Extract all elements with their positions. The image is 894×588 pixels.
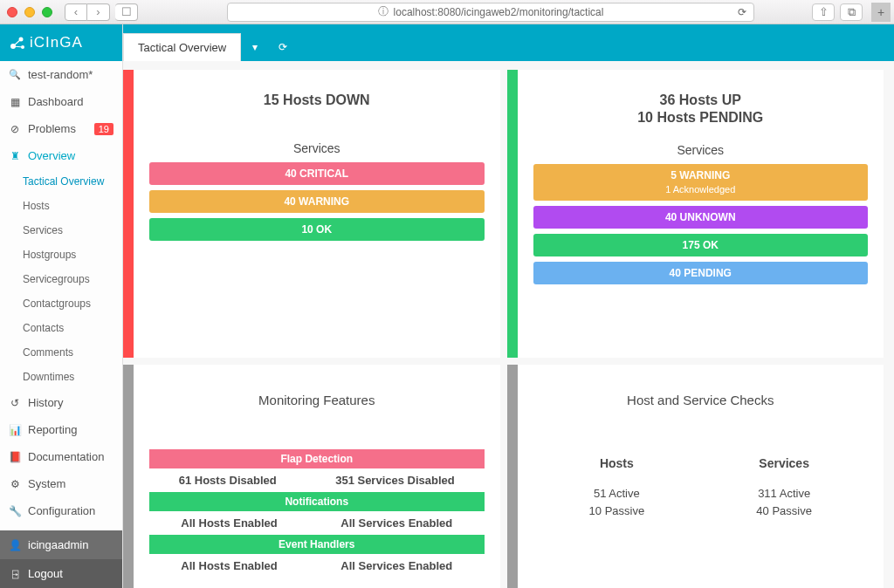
services-heading-up: Services	[533, 143, 869, 157]
minimize-window[interactable]	[24, 7, 35, 17]
notif-services[interactable]: All Services Enabled	[340, 516, 452, 530]
history-icon: ↺	[9, 397, 21, 409]
nav-documentation[interactable]: 📕 Documentation	[0, 443, 122, 470]
nav-overview[interactable]: ♜ Overview	[0, 142, 122, 169]
services-critical[interactable]: 40 CRITICAL	[149, 162, 485, 185]
panel-hosts-up: 36 Hosts UP 10 Hosts PENDING Services 5 …	[507, 70, 884, 358]
browser-chrome: ‹ › ☐ ⓘ localhost:8080/icingaweb2/monito…	[0, 0, 894, 24]
logo-icon	[9, 34, 26, 51]
chart-icon: 📊	[9, 424, 21, 436]
tab-dropdown[interactable]: ▾	[241, 33, 269, 61]
new-tab-button[interactable]: +	[871, 3, 891, 22]
checks-title: Host and Service Checks	[533, 393, 869, 407]
flap-detection-bar[interactable]: Flap Detection	[149, 449, 485, 468]
checks-hosts-col: Hosts 51 Active 10 Passive	[589, 455, 645, 519]
hosts-passive[interactable]: 10 Passive	[589, 503, 645, 520]
services-active[interactable]: 311 Active	[756, 485, 812, 503]
user-row[interactable]: 👤 icingaadmin	[0, 530, 122, 559]
nav-dashboard[interactable]: ▦ Dashboard	[0, 88, 122, 115]
hosts-up-title[interactable]: 36 Hosts UP	[533, 92, 869, 108]
services-ok-up[interactable]: 175 OK	[533, 234, 869, 256]
tab-tactical-overview[interactable]: Tactical Overview	[123, 33, 241, 61]
nav-problems[interactable]: ⊘ Problems 19	[0, 115, 122, 142]
subnav-contacts[interactable]: Contacts	[0, 316, 122, 340]
svg-line-3	[13, 39, 21, 46]
panel-monitoring-features: Monitoring Features Flap Detection 61 Ho…	[123, 365, 500, 588]
forward-button[interactable]: ›	[87, 3, 110, 21]
subnav-servicegroups[interactable]: Servicegroups	[0, 267, 122, 291]
status-edge-gray	[123, 365, 134, 588]
main-area: Tactical Overview ▾ ⟳ 15 Hosts DOWN Serv…	[123, 24, 894, 588]
logout-icon: ⍈	[9, 568, 21, 580]
services-ok[interactable]: 10 OK	[149, 218, 485, 241]
subnav-hostgroups[interactable]: Hostgroups	[0, 243, 122, 267]
window-controls	[7, 7, 52, 17]
gears-icon: ⚙	[9, 478, 21, 490]
close-window[interactable]	[7, 7, 17, 17]
search-text: test-random*	[28, 68, 93, 81]
back-button[interactable]: ‹	[65, 3, 87, 21]
block-icon: ⊘	[9, 123, 21, 135]
services-warning[interactable]: 40 WARNING	[149, 190, 485, 213]
services-passive[interactable]: 40 Passive	[756, 503, 812, 520]
nav-history[interactable]: ↺ History	[0, 389, 122, 416]
status-edge-down	[123, 70, 134, 358]
tabs-button[interactable]: ⧉	[840, 3, 863, 21]
sidebar-toggle[interactable]: ☐	[115, 3, 138, 21]
services-heading: Services	[149, 141, 485, 155]
nav-reporting[interactable]: 📊 Reporting	[0, 416, 122, 443]
tab-bar: Tactical Overview ▾ ⟳	[123, 24, 894, 61]
nav-configuration[interactable]: 🔧 Configuration	[0, 497, 122, 524]
brand-logo[interactable]: iCInGA	[0, 24, 122, 61]
book-icon: 📕	[9, 451, 21, 463]
sitemap-icon: ♜	[9, 150, 21, 162]
status-edge-up	[507, 70, 518, 358]
search-row[interactable]: 🔍 test-random*	[0, 61, 122, 88]
subnav-downtimes[interactable]: Downtimes	[0, 365, 122, 389]
info-icon: ⓘ	[378, 4, 389, 19]
url-text: localhost:8080/icingaweb2/monitoring/tac…	[394, 6, 604, 18]
search-icon: 🔍	[9, 69, 21, 80]
hosts-active[interactable]: 51 Active	[589, 485, 645, 503]
flap-services[interactable]: 351 Services Disabled	[335, 474, 455, 487]
services-unknown[interactable]: 40 UNKNOWN	[533, 206, 869, 229]
subnav-hosts[interactable]: Hosts	[0, 194, 122, 218]
problems-badge: 19	[94, 123, 113, 135]
subnav-services[interactable]: Services	[0, 218, 122, 243]
user-icon: 👤	[9, 539, 21, 551]
address-bar[interactable]: ⓘ localhost:8080/icingaweb2/monitoring/t…	[227, 3, 754, 22]
notif-hosts[interactable]: All Hosts Enabled	[181, 516, 278, 530]
event-handlers-bar[interactable]: Event Handlers	[149, 535, 485, 554]
hosts-down-title[interactable]: 15 Hosts DOWN	[149, 92, 485, 108]
nav-system[interactable]: ⚙ System	[0, 470, 122, 497]
logout-row[interactable]: ⍈ Logout	[0, 559, 122, 588]
panel-host-service-checks: Host and Service Checks Hosts 51 Active …	[507, 365, 884, 588]
reload-icon[interactable]: ⟳	[738, 6, 746, 18]
tab-refresh[interactable]: ⟳	[269, 33, 297, 61]
subnav-comments[interactable]: Comments	[0, 340, 122, 365]
flap-hosts[interactable]: 61 Hosts Disabled	[179, 474, 277, 487]
notifications-bar[interactable]: Notifications	[149, 492, 485, 511]
monitoring-features-title: Monitoring Features	[149, 393, 485, 407]
status-edge-gray-2	[507, 365, 518, 588]
subnav-tactical-overview[interactable]: Tactical Overview	[0, 169, 122, 194]
maximize-window[interactable]	[42, 7, 52, 17]
share-button[interactable]: ⇧	[812, 3, 835, 21]
subnav-contactgroups[interactable]: Contactgroups	[0, 291, 122, 316]
evh-services[interactable]: All Services Enabled	[340, 559, 452, 572]
services-pending[interactable]: 40 PENDING	[533, 262, 869, 284]
services-warning-ack[interactable]: 5 WARNING 1 Acknowledged	[533, 164, 869, 201]
sidebar: iCInGA 🔍 test-random* ▦ Dashboard ⊘ Prob…	[0, 24, 123, 588]
wrench-icon: 🔧	[9, 505, 21, 517]
checks-services-col: Services 311 Active 40 Passive	[756, 455, 812, 519]
evh-hosts[interactable]: All Hosts Enabled	[181, 559, 278, 572]
hosts-pending-title[interactable]: 10 Hosts PENDING	[533, 110, 869, 126]
panel-hosts-down: 15 Hosts DOWN Services 40 CRITICAL 40 WA…	[123, 70, 500, 358]
grid-icon: ▦	[9, 96, 21, 108]
